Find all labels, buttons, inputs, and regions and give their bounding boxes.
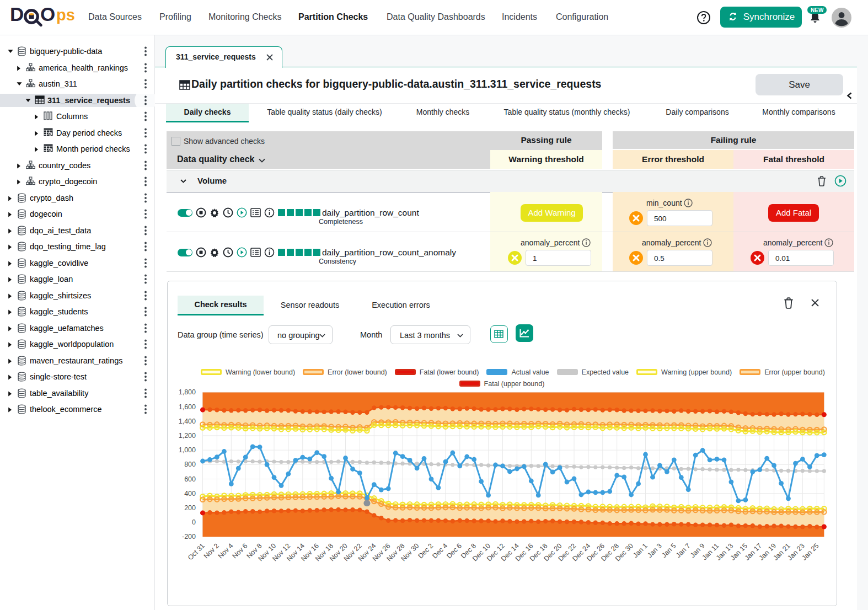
svg-text:1,000: 1,000 xyxy=(179,446,196,454)
svg-text:800: 800 xyxy=(184,461,196,468)
svg-text:400: 400 xyxy=(184,490,196,497)
svg-text:600: 600 xyxy=(184,475,196,483)
svg-text:Dec 6: Dec 6 xyxy=(445,542,463,560)
svg-text:Nov 4: Nov 4 xyxy=(217,542,235,560)
svg-text:Dec 2: Dec 2 xyxy=(416,542,435,560)
svg-text:1,200: 1,200 xyxy=(179,432,196,440)
svg-text:200: 200 xyxy=(184,504,196,512)
svg-text:1,800: 1,800 xyxy=(179,388,196,396)
svg-text:Jan 7: Jan 7 xyxy=(674,542,692,559)
svg-text:Jan 1: Jan 1 xyxy=(631,542,649,559)
svg-text:Jan 3: Jan 3 xyxy=(646,542,663,559)
svg-text:1,400: 1,400 xyxy=(179,418,196,425)
svg-text:Oct 31: Oct 31 xyxy=(186,542,206,561)
svg-text:Nov 6: Nov 6 xyxy=(231,542,249,560)
svg-text:Jan 5: Jan 5 xyxy=(660,542,678,559)
svg-text:-200: -200 xyxy=(182,533,196,541)
svg-text:Nov 2: Nov 2 xyxy=(202,542,221,560)
svg-text:1,600: 1,600 xyxy=(179,403,196,411)
svg-text:Dec 4: Dec 4 xyxy=(431,542,449,560)
svg-text:0: 0 xyxy=(192,518,196,526)
